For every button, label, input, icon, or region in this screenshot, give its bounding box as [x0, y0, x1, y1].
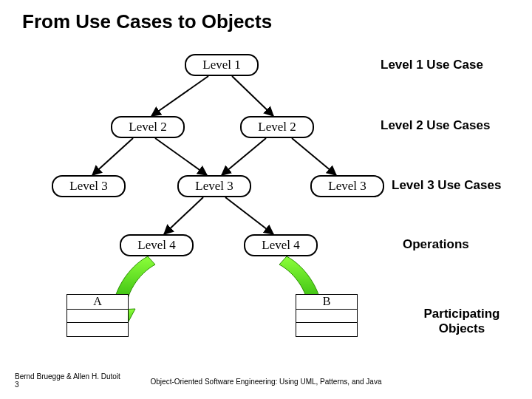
svg-line-1 — [232, 76, 273, 116]
svg-line-5 — [292, 138, 336, 175]
svg-line-4 — [222, 138, 266, 175]
footer-book-title: Object-Oriented Software Engineering: Us… — [0, 378, 532, 386]
label-objects: Objects — [414, 321, 510, 336]
page-title: From Use Cases to Objects — [22, 10, 272, 33]
diagram-stage: From Use Cases to Objects — [0, 0, 532, 399]
label-participating: Participating — [414, 307, 510, 321]
object-box-a-label: A — [66, 294, 129, 309]
node-level2-left: Level 2 — [111, 116, 185, 138]
node-level4-a: Level 4 — [120, 234, 194, 256]
svg-line-6 — [164, 197, 203, 234]
svg-line-7 — [225, 197, 273, 234]
label-level2-usecases: Level 2 Use Cases — [381, 118, 490, 133]
node-level3-c: Level 3 — [310, 175, 384, 197]
object-box-b: B — [296, 294, 358, 337]
node-level3-a: Level 3 — [52, 175, 126, 197]
label-level1-usecase: Level 1 Use Case — [381, 58, 483, 72]
label-operations: Operations — [403, 237, 469, 252]
node-level3-b: Level 3 — [177, 175, 251, 197]
svg-line-2 — [92, 138, 133, 175]
label-level3-usecases: Level 3 Use Cases — [392, 178, 501, 193]
object-box-a: A — [66, 294, 129, 337]
svg-line-3 — [155, 138, 207, 175]
node-level2-right: Level 2 — [240, 116, 314, 138]
node-level4-b: Level 4 — [244, 234, 318, 256]
node-level1: Level 1 — [185, 54, 259, 76]
svg-line-0 — [151, 76, 208, 116]
object-box-b-label: B — [296, 294, 358, 309]
